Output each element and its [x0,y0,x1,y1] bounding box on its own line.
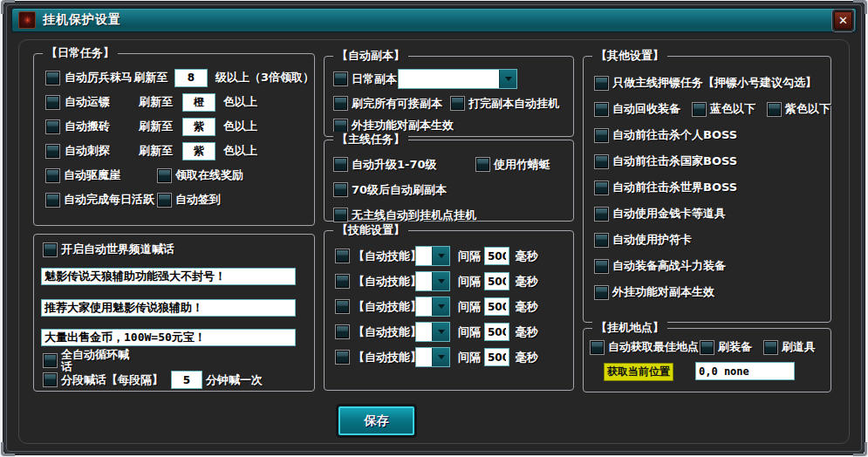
option-label: 无主线自动到挂机点挂机 [352,208,476,223]
task-label: 自动厉兵秣马 [65,70,133,85]
dropdown-arrow-icon[interactable] [499,70,516,88]
close-button[interactable]: ✕ [834,11,852,30]
checkbox-online-reward[interactable] [157,168,172,183]
task-suffix: 色以上 [223,119,257,134]
checkbox-auto-training[interactable] [45,71,60,85]
checkbox-escort-only[interactable] [594,76,609,91]
dropdown-arrow-icon[interactable] [432,323,449,341]
checkbox-auto-signin[interactable] [157,193,172,208]
checkbox-auto-skill-5[interactable] [335,350,350,365]
checkbox-farm-gear[interactable] [700,340,714,355]
other-row-recycle: 自动回收装备 蓝色以下 紫色以下 [584,96,830,122]
skill-select-4[interactable] [415,322,450,342]
checkbox-afk-after-dungeon[interactable] [450,96,465,111]
option-purple-below: 紫色以下 [767,101,830,117]
checkbox-dungeon-after-70[interactable] [333,182,348,197]
option-label: 外挂功能对副本生效 [612,284,714,300]
group-afk-spot: 【挂机地点】 自动获取最佳地点 刷装备 刷道具 获取当前位置 [583,328,831,392]
skill-label: 【自动技能】 [353,299,415,315]
skill-interval-input-1[interactable] [484,247,509,265]
task-label: 自动刺探 [65,143,139,159]
checkbox-bamboo-copter[interactable] [475,157,490,172]
skill-row: 【自动技能】 间隔 毫秒 [325,319,573,344]
checkbox-auto-skill-3[interactable] [335,299,350,314]
checkbox-finish-all-dungeons[interactable] [333,96,348,111]
checkbox-auto-skill-4[interactable] [335,324,350,339]
checkbox-use-amulet-card[interactable] [594,233,609,248]
option-label: 蓝色以下 [710,101,755,117]
checkbox-auto-levelup[interactable] [333,157,348,172]
skill-select-3[interactable] [415,297,450,317]
checkbox-loop-shout[interactable] [43,353,58,368]
checkbox-enable-shout[interactable] [43,242,58,257]
checkbox-auto-brick[interactable] [45,119,60,134]
skill-interval-input-4[interactable] [484,323,509,341]
shout-message-input-1[interactable] [41,268,296,285]
dungeon-select[interactable] [398,69,517,89]
option-label: 刷装备 [718,339,752,355]
dropdown-arrow-icon[interactable] [432,348,449,366]
save-button[interactable]: 保存 [338,406,414,435]
group-title-daily: 【日常任务】 [43,45,118,61]
skill-interval-input-3[interactable] [484,297,509,316]
checkbox-recycle-gear[interactable] [594,102,609,117]
titlebar[interactable]: ✳ 挂机保护设置 ✕ [11,8,857,32]
checkbox-purple-below[interactable] [767,102,782,117]
checkbox-auto-spy[interactable] [45,144,60,159]
group-world-shout: 开启自动世界频道喊话 全自动循环喊话 分段喊话【每段隔】 分钟喊一次 [33,234,315,392]
checkbox-farm-items[interactable] [763,340,778,355]
checkbox-kill-personal-boss[interactable] [594,128,609,143]
skill-label: 【自动技能】 [353,350,415,365]
dropdown-arrow-icon[interactable] [432,247,449,265]
get-current-position-button[interactable]: 获取当前位置 [604,363,673,381]
checkbox-kill-world-boss[interactable] [594,181,609,195]
skill-label: 【自动技能】 [353,249,415,264]
shout-message-input-3[interactable] [41,329,296,346]
checkbox-demon-cliff[interactable] [45,168,60,183]
segment-minutes-input[interactable] [171,371,202,389]
option-label: 刷道具 [782,339,816,355]
other-row: 自动装备高战斗力装备 [584,253,830,279]
dropdown-arrow-icon[interactable] [432,297,449,316]
refresh-color-input[interactable] [182,142,215,160]
checkbox-auto-escort[interactable] [45,95,60,110]
checkbox-goto-afk-spot[interactable] [333,208,348,222]
checkbox-daily-dungeon[interactable] [333,72,348,86]
option-label: 自动使用金钱卡等道具 [612,206,726,222]
refresh-to-label: 刷新至 [133,70,174,85]
checkbox-daily-activity[interactable] [45,193,60,208]
skill-select-1[interactable] [415,246,450,266]
option-label: 70级后自动刷副本 [352,182,447,198]
checkbox-auto-skill-1[interactable] [335,249,350,263]
checkbox-segment-shout[interactable] [43,372,58,387]
daily-task-row: 自动搬砖 刷新至 色以上 [34,114,314,139]
group-daily-tasks: 【日常任务】 自动厉兵秣马 刷新至 级以上（3倍领取） 自动运镖 刷新至 色以上… [33,53,315,226]
checkbox-best-spot[interactable] [590,340,605,355]
skill-select-5[interactable] [415,347,450,367]
refresh-color-input[interactable] [182,93,215,112]
option-label: 自动签到 [175,192,221,208]
option-label: 自动升级1-70级 [352,157,437,173]
shout-message-input-2[interactable] [41,299,296,317]
checkbox-use-money-card[interactable] [594,207,609,222]
refresh-level-input[interactable] [174,69,208,87]
checkbox-equip-high-power[interactable] [594,259,609,274]
skill-interval-input-5[interactable] [484,348,509,366]
group-title-spot: 【挂机地点】 [592,320,667,336]
option-loop-shout: 全自动循环喊话 [43,349,134,372]
checkbox-plugin-in-dungeon-2[interactable] [594,285,609,300]
dropdown-arrow-icon[interactable] [432,272,449,290]
option-auto-signin: 自动签到 [157,192,221,208]
skill-interval-input-2[interactable] [484,272,509,290]
group-auto-dungeon: 【自动副本】 日常副本 刷完所有可接副本 打完副本自动挂机 外挂功能对副本生效 [324,56,574,137]
checkbox-plugin-in-dungeon[interactable] [333,119,348,133]
refresh-to-label: 刷新至 [139,94,182,110]
checkbox-auto-skill-2[interactable] [335,274,350,289]
option-online-reward: 领取在线奖励 [157,167,243,183]
checkbox-kill-nation-boss[interactable] [594,154,609,169]
skill-select-2[interactable] [415,271,450,291]
option-blue-below: 蓝色以下 [692,101,767,117]
checkbox-blue-below[interactable] [692,102,707,117]
refresh-color-input[interactable] [182,118,215,136]
current-position-input[interactable] [695,362,795,380]
